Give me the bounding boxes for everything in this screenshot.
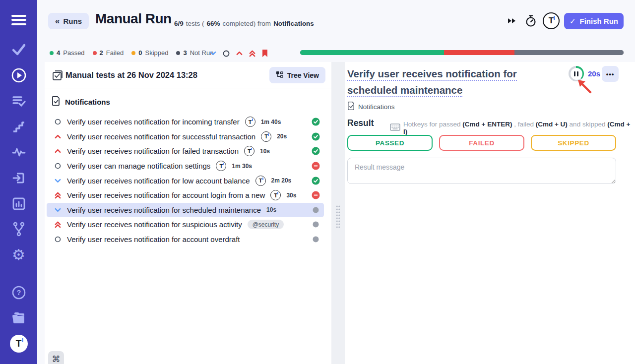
test-status-icon: [312, 177, 320, 185]
back-to-runs-button[interactable]: « Runs: [48, 13, 89, 29]
test-title: Verify user receives notification for su…: [67, 220, 242, 229]
test-row[interactable]: Verify user receives notification for ac…: [47, 232, 324, 247]
skipped-dot-icon: [131, 51, 135, 55]
filter-highest-priority-icon[interactable]: [249, 50, 256, 58]
tree-view-button[interactable]: Tree View: [269, 67, 325, 83]
suite-doc-icon: [52, 96, 60, 108]
test-status-icon: [312, 147, 320, 155]
test-status-icon: [312, 162, 320, 170]
filter-bookmark-icon[interactable]: [261, 49, 268, 58]
count-notrun[interactable]: 3Not Run: [176, 49, 213, 57]
test-row[interactable]: Verify user receives notification for sc…: [47, 203, 324, 218]
result-message-input[interactable]: [347, 158, 616, 184]
count-passed[interactable]: 4Passed: [50, 49, 85, 57]
priority-icon: [54, 147, 62, 155]
import-icon[interactable]: [0, 171, 37, 185]
help-icon[interactable]: ?: [0, 285, 37, 301]
detail-test-title: Verify user receives notification for sc…: [347, 65, 533, 98]
detail-breadcrumb[interactable]: Notifications: [347, 102, 395, 112]
priority-icon: [54, 221, 62, 229]
settings-gear-icon[interactable]: ⚙: [0, 246, 37, 263]
keyboard-icon: [390, 123, 400, 133]
test-duration: 10s: [260, 148, 270, 155]
filter-low-priority-icon[interactable]: [209, 50, 217, 57]
progress-segment-not_run: [514, 50, 624, 55]
test-status-icon: [312, 235, 320, 243]
test-title: Verify user receives notification for fa…: [67, 147, 239, 155]
filter-normal-priority-icon[interactable]: [222, 50, 230, 58]
annotation-arrow-icon: [576, 77, 594, 97]
sidebar: ⚙ ? T: [0, 0, 37, 364]
passed-button[interactable]: PASSED: [347, 135, 433, 151]
progress-segment-failed: [444, 50, 514, 55]
back-to-runs-label: Runs: [63, 17, 82, 25]
projects-folder-icon[interactable]: [0, 310, 37, 325]
branches-icon[interactable]: [0, 222, 37, 237]
double-chevron-left-icon: «: [55, 16, 60, 26]
failed-button[interactable]: FAILED: [439, 135, 524, 151]
result-heading: Result: [347, 118, 374, 128]
testomat-badge-icon: T: [245, 117, 255, 127]
run-title: Manual tests at 26 Nov 2024 13:28: [65, 70, 197, 80]
tests-check-icon[interactable]: [0, 42, 37, 58]
brand-logo-icon[interactable]: T: [0, 335, 37, 353]
test-status-icon: [312, 206, 320, 214]
app-logo-icon: T: [543, 12, 560, 29]
test-row[interactable]: Verify user receives notification for fa…: [47, 144, 324, 159]
run-progress-summary: 6/9 tests ( 66% completed) from Notifica…: [174, 20, 314, 27]
priority-icon: [54, 191, 62, 199]
test-status-icon: [312, 118, 320, 126]
test-list-panel: Manual tests at 26 Nov 2024 13:28 Tree V…: [45, 62, 331, 364]
passed-dot-icon: [50, 51, 54, 55]
finish-run-button[interactable]: ✓ Finish Run: [564, 13, 624, 29]
progress-bar: [300, 50, 624, 55]
filter-high-priority-icon[interactable]: [236, 50, 243, 57]
menu-icon[interactable]: [0, 11, 37, 29]
test-row[interactable]: Verify user can manage notification sett…: [47, 159, 324, 174]
test-row[interactable]: Verify user receives notification for in…: [47, 115, 324, 129]
panel-divider: [331, 62, 345, 364]
priority-icon: [54, 118, 62, 125]
count-failed[interactable]: 2Failed: [93, 49, 124, 57]
page-title: Manual Run: [95, 11, 172, 27]
test-row[interactable]: Verify user receives notification for su…: [47, 129, 324, 144]
test-title: Verify user receives notification for ac…: [67, 191, 265, 199]
tests-ratio: 6/9: [174, 20, 184, 27]
testomat-badge-icon: T: [244, 146, 254, 156]
test-title: Verify user receives notification for lo…: [67, 177, 250, 185]
count-skipped[interactable]: 0Skipped: [131, 49, 168, 57]
test-title: Verify user receives notification for in…: [67, 118, 240, 126]
notrun-dot-icon: [176, 51, 180, 55]
panel-resize-handle[interactable]: [336, 205, 340, 229]
suite-folder-label: Notifications: [65, 98, 110, 106]
test-title: Verify user can manage notification sett…: [67, 162, 210, 170]
priority-icon: [54, 236, 62, 243]
hotkeys-hint: Hotkeys for passed (Cmd + ENTER) , faile…: [390, 121, 635, 135]
test-status-icon: [312, 220, 320, 229]
priority-icon: [54, 162, 62, 170]
hotkeys-text: Hotkeys for passed (Cmd + ENTER) , faile…: [403, 121, 635, 135]
analytics-icon[interactable]: [0, 196, 37, 211]
test-status-icon: [312, 191, 320, 199]
run-play-icon[interactable]: [0, 67, 37, 83]
pulse-icon[interactable]: [0, 146, 37, 159]
check-icon: ✓: [570, 17, 576, 26]
test-title: Verify user receives notification for su…: [67, 132, 255, 141]
test-plans-icon[interactable]: [0, 94, 37, 108]
more-options-button[interactable]: •••: [602, 66, 619, 82]
test-detail-panel: Verify user receives notification for sc…: [345, 62, 635, 364]
stopwatch-icon[interactable]: [525, 14, 537, 29]
status-counts: 4Passed 2Failed 0Skipped 3Not Run: [50, 49, 213, 57]
test-row[interactable]: Verify user receives notification for ac…: [47, 188, 324, 203]
fast-forward-icon[interactable]: [507, 16, 516, 27]
test-list: Verify user receives notification for in…: [45, 113, 331, 246]
test-row[interactable]: Verify user receives notification for lo…: [47, 173, 324, 188]
test-duration: 2m 20s: [271, 177, 292, 184]
hotkey-command-button[interactable]: ⌘: [48, 351, 64, 364]
priority-icon: [54, 133, 62, 140]
suite-folder-row[interactable]: Notifications: [45, 88, 331, 113]
test-row[interactable]: Verify user receives notification for su…: [47, 217, 324, 232]
verdict-buttons: PASSED FAILED SKIPPED: [347, 135, 616, 151]
steps-icon[interactable]: [0, 120, 37, 134]
skipped-button[interactable]: SKIPPED: [531, 135, 616, 151]
